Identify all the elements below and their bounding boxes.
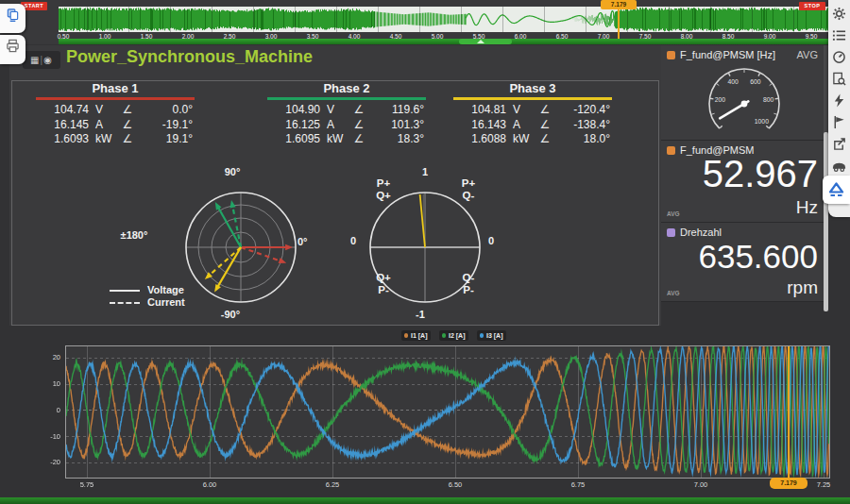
current-legend-label: Current	[147, 296, 185, 308]
copy-pages-icon	[6, 8, 20, 22]
speed-unit: rpm	[787, 277, 818, 298]
print-button[interactable]	[0, 35, 26, 64]
printer-icon	[6, 39, 20, 53]
vscope-0-label: 0°	[298, 236, 326, 247]
recorder-overview-strip: START STOP 0.501.001.502.002.503.003.504…	[0, 0, 850, 44]
legend-item[interactable]: I3 [A]	[477, 330, 506, 341]
pq-0-left-label: 0	[339, 235, 367, 246]
x-tick: 6.25	[320, 480, 345, 489]
y-tick: -20	[38, 458, 60, 466]
avg-label: AVG	[667, 210, 680, 217]
app-window: START STOP 0.501.001.502.002.503.003.504…	[0, 0, 850, 504]
overview-cursor-line[interactable]	[618, 6, 620, 39]
legend-label: I2 [A]	[449, 332, 466, 339]
instrument-sidebar: F_fund@PMSM [Hz] AVG 2004006008001000 F_…	[661, 45, 824, 302]
frequency-value: 52.967	[703, 153, 818, 195]
y-tick: 20	[38, 353, 60, 361]
pq-quadrant-tl: P+Q+	[365, 177, 402, 201]
export-share-icon[interactable]	[832, 137, 846, 151]
scope-plot-area[interactable]	[65, 345, 830, 479]
avg-label: AVG	[667, 290, 680, 296]
stop-badge: STOP	[799, 2, 825, 10]
svg-text:600: 600	[750, 78, 761, 85]
overview-drag-handle[interactable]	[459, 39, 512, 44]
legend-label: I1 [A]	[411, 332, 428, 339]
channel-swatch	[667, 146, 675, 155]
vscope-minus90-label: -90°	[212, 309, 249, 320]
tab-dewesoft-active[interactable]	[823, 176, 850, 204]
vehicle-icon[interactable]	[832, 159, 846, 173]
overview-position-bar	[59, 39, 829, 44]
polar-scopes	[9, 45, 661, 326]
status-bar	[0, 497, 850, 504]
x-tick: 6.50	[443, 480, 468, 489]
pq-minus1-label: -1	[403, 309, 437, 320]
measure-dial-icon[interactable]	[832, 50, 846, 64]
overview-cursor-badge[interactable]: 7.179	[601, 0, 637, 9]
svg-text:1000: 1000	[755, 118, 769, 125]
pq-quadrant-bl: Q+P-	[365, 272, 402, 295]
vscope-90-label: 90°	[213, 166, 251, 177]
copy-display-button[interactable]	[0, 4, 26, 33]
cursor-time-badge[interactable]: 7.179	[770, 478, 808, 489]
voltage-legend-label: Voltage	[147, 284, 184, 295]
x-tick: 6.00	[197, 480, 222, 489]
legend-label: I3 [A]	[486, 332, 503, 339]
power-synchronous-machine-panel: ▦|◉ Power_Synchronous_Machine Phase 1 10…	[9, 45, 661, 326]
digital-widget-ffund[interactable]: F_fund@PMSM 52.967 Hz AVG	[661, 141, 824, 223]
y-tick: -10	[38, 432, 60, 441]
svg-text:400: 400	[728, 78, 740, 85]
svg-text:200: 200	[715, 96, 726, 103]
legend-item[interactable]: I2 [A]	[439, 330, 468, 341]
gauge-widget[interactable]: F_fund@PMSM [Hz] AVG 2004006008001000	[661, 45, 824, 141]
frequency-unit: Hz	[796, 197, 818, 218]
report-search-icon[interactable]	[832, 72, 846, 86]
vscope-180-label: ±180°	[104, 229, 164, 241]
channel-swatch	[667, 228, 675, 237]
voltage-legend-line	[110, 290, 140, 292]
chevron-up-icon	[477, 40, 484, 43]
legend-dot	[404, 333, 409, 338]
scope-legend: I1 [A]I2 [A]I3 [A]	[335, 330, 571, 341]
speed-value: 635.600	[698, 238, 818, 276]
legend-dot	[442, 333, 447, 338]
flag-icon[interactable]	[832, 115, 846, 129]
legend-item[interactable]: I1 [A]	[401, 330, 431, 341]
svg-text:800: 800	[763, 96, 774, 103]
x-tick: 6.75	[566, 480, 590, 489]
settings-gear-icon[interactable]	[832, 7, 846, 21]
current-legend-line	[110, 302, 140, 304]
dewesoft-delta-icon	[828, 182, 844, 198]
y-tick: 0	[38, 406, 60, 414]
pq-0-right-label: 0	[477, 235, 505, 246]
x-tick: 7.00	[688, 480, 713, 489]
x-tick: 5.75	[75, 480, 99, 489]
legend-dot	[480, 333, 484, 338]
digital-widget-drehzahl[interactable]: Drehzahl 635.600 rpm AVG	[661, 223, 824, 302]
pq-1-label: 1	[408, 166, 442, 177]
overview-waveform[interactable]	[59, 7, 829, 32]
pq-quadrant-br: Q-P-	[450, 272, 487, 295]
analog-gauge: 2004006008001000	[661, 57, 824, 140]
pq-quadrant-tr: P+Q-	[450, 177, 487, 201]
x-tick: 7.25	[811, 480, 836, 489]
channel-list-icon[interactable]	[832, 28, 846, 42]
digital-title: Drehzahl	[680, 227, 722, 238]
power-bolt-icon[interactable]	[832, 93, 846, 108]
y-tick: 10	[38, 379, 60, 388]
